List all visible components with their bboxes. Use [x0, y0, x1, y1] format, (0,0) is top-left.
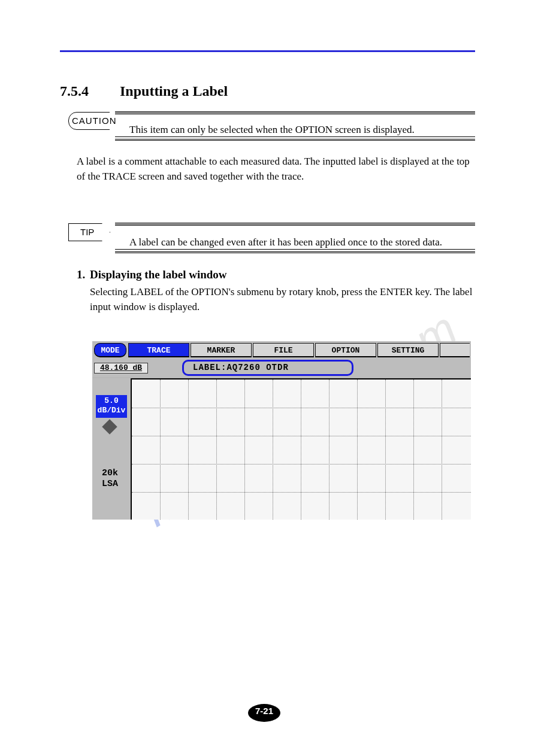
- section-number: 7.5.4: [60, 83, 89, 99]
- tip-body: A label can be changed even after it has…: [129, 236, 465, 250]
- y-info-1: 20k: [102, 468, 118, 478]
- step-number: 1.: [77, 268, 85, 281]
- caution-rule-bot2: [115, 139, 475, 141]
- tab-setting[interactable]: SETTING: [377, 343, 439, 357]
- tab-bar: MODE TRACE MARKER FILE OPTION SETTING: [92, 341, 471, 359]
- tab-overflow[interactable]: [440, 343, 470, 357]
- y-scale-value: 5.0: [104, 396, 118, 405]
- caution-rule-top2: [115, 114, 475, 114]
- tip-rule-top: [115, 223, 475, 224]
- tip-rule-top2: [115, 225, 475, 226]
- section-title: Inputting a Label: [120, 83, 228, 99]
- caution-rule-bot: [115, 136, 475, 137]
- tab-mode[interactable]: MODE: [94, 343, 126, 357]
- caution-body: This item can only be selected when the …: [129, 123, 465, 137]
- label-text: LABEL:AQ7260 OTDR: [193, 363, 289, 372]
- tip-rule-bot2: [115, 251, 475, 253]
- tip-rule-bot: [115, 249, 475, 250]
- page-number: 7-21: [248, 706, 280, 716]
- tab-file[interactable]: FILE: [253, 343, 314, 357]
- trace-plot: [131, 378, 471, 520]
- step-body: Selecting LABEL of the OPTION's submenu …: [90, 285, 473, 314]
- tab-option[interactable]: OPTION: [315, 343, 376, 357]
- step-title: Displaying the label window: [90, 268, 227, 281]
- otdr-screenshot: MODE TRACE MARKER FILE OPTION SETTING 48…: [92, 341, 471, 520]
- caution-tag-label: CAUTION: [72, 116, 117, 126]
- tip-tag-label: TIP: [80, 227, 94, 237]
- y-info-2: LSA: [102, 479, 118, 489]
- caution-rule-top: [115, 111, 475, 113]
- intro-paragraph: A label is a comment attachable to each …: [77, 154, 472, 184]
- db-readout: 48.160 dB: [94, 363, 148, 374]
- y-scale-box[interactable]: 5.0 dB/Div: [96, 395, 127, 418]
- header-rule: [60, 50, 475, 52]
- y-scale-unit: dB/Div: [98, 406, 126, 415]
- tab-marker[interactable]: MARKER: [191, 343, 252, 357]
- tab-trace[interactable]: TRACE: [128, 343, 189, 357]
